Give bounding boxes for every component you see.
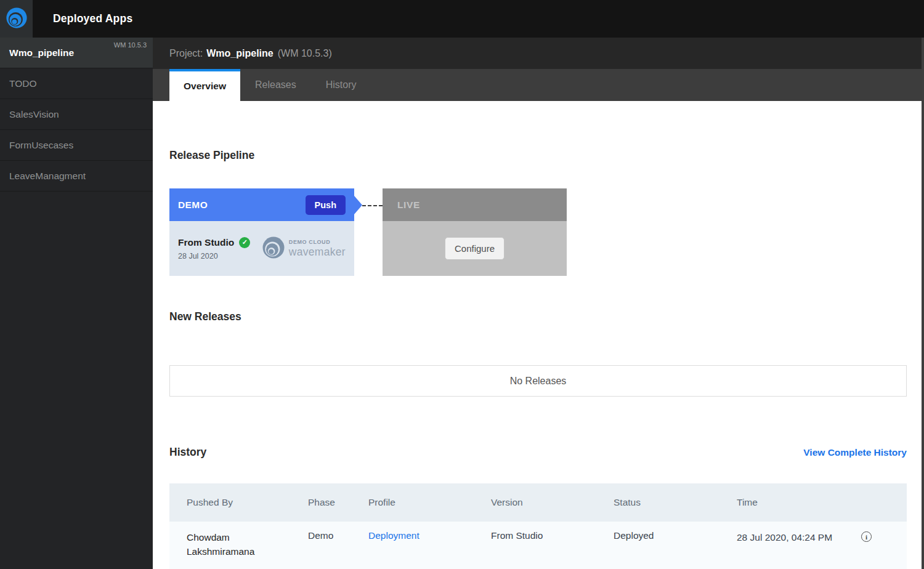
page-scrollbar[interactable]	[922, 38, 924, 569]
sidebar-item-label: Wmo_pipeline	[9, 47, 74, 59]
sidebar-item-wmo-pipeline[interactable]: WM 10.5.3 Wmo_pipeline	[0, 38, 153, 68]
live-stage-body: Configure	[383, 221, 567, 276]
demo-push-date: 28 Jul 2020	[178, 252, 250, 260]
view-complete-history-link[interactable]: View Complete History	[803, 447, 907, 458]
no-releases-text: No Releases	[510, 376, 567, 387]
no-releases-box: No Releases	[169, 365, 907, 397]
column-header-version: Version	[491, 497, 614, 508]
project-prefix: Project:	[169, 48, 203, 59]
demo-stage-card: DEMO Push From Studio ✓ 28 Jul 2020	[169, 188, 354, 276]
column-header-phase: Phase	[308, 497, 368, 508]
cell-status: Deployed	[614, 530, 737, 541]
sidebar-item-version: WM 10.5.3	[114, 41, 147, 49]
push-button[interactable]: Push	[306, 195, 346, 215]
project-sidebar: WM 10.5.3 Wmo_pipeline TODO SalesVision …	[0, 38, 153, 569]
pipeline-connector-line	[362, 205, 383, 206]
sidebar-item-todo[interactable]: TODO	[0, 68, 153, 99]
sidebar-item-leavemanagment[interactable]: LeaveManagment	[0, 161, 153, 192]
cell-profile-link[interactable]: Deployment	[368, 530, 491, 541]
wavemaker-logo-tile[interactable]	[0, 0, 33, 38]
tab-overview[interactable]: Overview	[169, 69, 240, 101]
project-header: Project: Wmo_pipeline (WM 10.5.3)	[153, 38, 924, 69]
demo-cloud-label: DEMO CLOUD	[289, 239, 346, 245]
cell-pushed-by: Chowdam Lakshmiramana	[169, 530, 280, 559]
sidebar-item-label: FormUsecases	[9, 140, 73, 151]
demo-cloud-logo: DEMO CLOUD wavemaker	[261, 235, 346, 262]
cell-version: From Studio	[491, 530, 614, 541]
history-table: Pushed By Phase Profile Version Status T…	[169, 483, 907, 569]
project-version: (WM 10.5.3)	[278, 48, 332, 59]
sidebar-item-label: LeaveManagment	[9, 171, 86, 182]
history-table-header: Pushed By Phase Profile Version Status T…	[169, 483, 907, 522]
top-bar: Deployed Apps	[0, 0, 924, 38]
sidebar-item-label: TODO	[9, 78, 37, 89]
tab-bar: Overview Releases History	[153, 69, 924, 101]
info-icon[interactable]: i	[861, 531, 872, 542]
column-header-profile: Profile	[368, 497, 491, 508]
demo-stage-body: From Studio ✓ 28 Jul 2020	[169, 221, 354, 276]
success-check-icon: ✓	[239, 237, 250, 248]
cell-time: 28 Jul 2020, 04:24 PM	[737, 530, 835, 544]
configure-button[interactable]: Configure	[445, 237, 505, 260]
history-heading-row: History View Complete History	[169, 446, 907, 459]
main-area: Project: Wmo_pipeline (WM 10.5.3) Overvi…	[153, 38, 924, 569]
history-table-row: Chowdam Lakshmiramana Demo Deployment Fr…	[169, 522, 907, 569]
release-pipeline-heading: Release Pipeline	[169, 101, 907, 162]
pipeline-row: DEMO Push From Studio ✓ 28 Jul 2020	[169, 188, 907, 276]
demo-deploy-info: From Studio ✓ 28 Jul 2020	[178, 237, 250, 260]
column-header-pushed-by: Pushed By	[169, 497, 308, 508]
demo-source-label: From Studio	[178, 237, 234, 248]
demo-stage-header: DEMO Push	[169, 188, 354, 221]
tab-history[interactable]: History	[311, 69, 371, 101]
sidebar-item-label: SalesVision	[9, 109, 59, 120]
live-stage-card: LIVE Configure	[383, 188, 567, 276]
demo-stage-title: DEMO	[178, 200, 208, 211]
project-name: Wmo_pipeline	[206, 48, 273, 59]
sidebar-item-formusecases[interactable]: FormUsecases	[0, 130, 153, 161]
wavemaker-wordmark: wavemaker	[289, 246, 346, 259]
cell-phase: Demo	[308, 530, 368, 541]
app-title: Deployed Apps	[53, 12, 132, 25]
column-header-status: Status	[614, 497, 737, 508]
history-heading: History	[169, 446, 206, 459]
wavemaker-wave-icon	[5, 6, 28, 32]
new-releases-heading: New Releases	[169, 310, 907, 323]
overview-content: Release Pipeline DEMO Push From Studio ✓…	[153, 101, 924, 569]
tab-releases[interactable]: Releases	[240, 69, 311, 101]
live-stage-title: LIVE	[397, 200, 420, 211]
live-stage-header: LIVE	[383, 188, 567, 221]
column-header-time: Time	[737, 497, 860, 508]
wavemaker-wave-icon	[261, 235, 286, 262]
sidebar-item-salesvision[interactable]: SalesVision	[0, 99, 153, 130]
